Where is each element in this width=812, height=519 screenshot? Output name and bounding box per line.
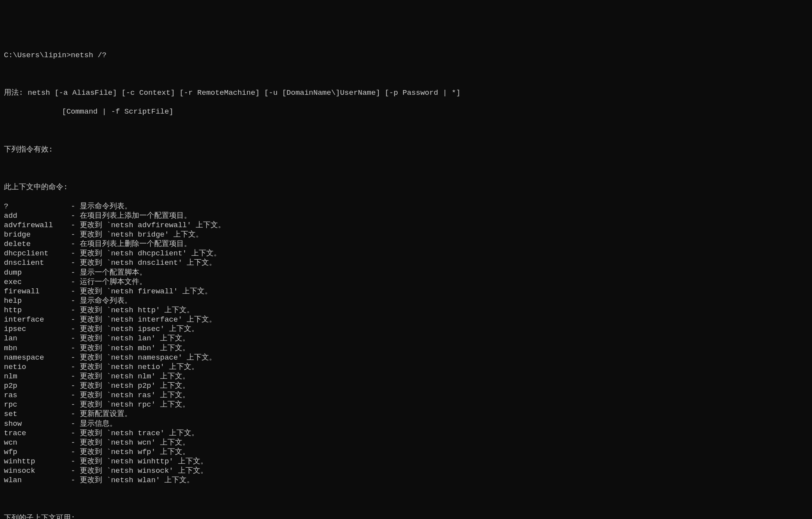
command-separator: - <box>71 476 80 485</box>
command-name: firewall <box>4 287 71 296</box>
command-description: 更改到 `netsh http' 上下文。 <box>80 306 194 315</box>
command-name: exec <box>4 277 71 287</box>
command-name: namespace <box>4 353 71 362</box>
command-row: ?- 显示命令列表。 <box>4 202 808 211</box>
command-row: wlan- 更改到 `netsh wlan' 上下文。 <box>4 476 808 485</box>
command-row: advfirewall- 更改到 `netsh advfirewall' 上下文… <box>4 221 808 230</box>
command-row: firewall- 更改到 `netsh firewall' 上下文。 <box>4 287 808 296</box>
command-description: 更改到 `netsh advfirewall' 上下文。 <box>80 221 225 230</box>
command-name: ? <box>4 202 71 211</box>
blank-line <box>4 126 808 136</box>
command-description: 更改到 `netsh ras' 上下文。 <box>80 391 190 400</box>
command-row: mbn- 更改到 `netsh mbn' 上下文。 <box>4 344 808 353</box>
command-description: 显示一个配置脚本。 <box>80 268 147 277</box>
valid-commands-header: 下列指令有效: <box>4 145 808 154</box>
command-separator: - <box>71 221 80 230</box>
command-name: ipsec <box>4 324 71 334</box>
command-name: set <box>4 409 71 419</box>
command-description: 更改到 `netsh firewall' 上下文。 <box>80 287 212 296</box>
command-name: show <box>4 419 71 429</box>
command-row: lan- 更改到 `netsh lan' 上下文。 <box>4 334 808 343</box>
command-description: 在项目列表上删除一个配置项目。 <box>80 239 191 249</box>
command-separator: - <box>71 466 80 476</box>
command-description: 在项目列表上添加一个配置项目。 <box>80 211 191 221</box>
command-separator: - <box>71 211 80 221</box>
command-row: dnsclient- 更改到 `netsh dnsclient' 上下文。 <box>4 258 808 268</box>
command-row: exec- 运行一个脚本文件。 <box>4 277 808 287</box>
command-separator: - <box>71 324 80 334</box>
command-name: lan <box>4 334 71 343</box>
command-description: 更改到 `netsh rpc' 上下文。 <box>80 400 190 409</box>
command-separator: - <box>71 372 80 381</box>
command-separator: - <box>71 334 80 343</box>
command-description: 更改到 `netsh winsock' 上下文。 <box>80 466 208 476</box>
command-row: namespace- 更改到 `netsh namespace' 上下文。 <box>4 353 808 362</box>
usage-line: 用法: netsh [-a AliasFile] [-c Context] [-… <box>4 88 808 98</box>
command-separator: - <box>71 287 80 296</box>
command-name: p2p <box>4 381 71 391</box>
command-row: add- 在项目列表上添加一个配置项目。 <box>4 211 808 221</box>
command-description: 更改到 `netsh trace' 上下文。 <box>80 429 199 438</box>
command-row: set- 更新配置设置。 <box>4 409 808 419</box>
command-row: nlm- 更改到 `netsh nlm' 上下文。 <box>4 372 808 381</box>
command-separator: - <box>71 344 80 353</box>
command-separator: - <box>71 239 80 249</box>
command-separator: - <box>71 381 80 391</box>
blank-line <box>4 69 808 79</box>
command-separator: - <box>71 362 80 372</box>
command-separator: - <box>71 391 80 400</box>
command-name: dhcpclient <box>4 249 71 258</box>
command-description: 更改到 `netsh netio' 上下文。 <box>80 362 199 372</box>
command-name: wcn <box>4 438 71 447</box>
command-description: 更改到 `netsh winhttp' 上下文。 <box>80 457 208 466</box>
command-description: 更改到 `netsh nlm' 上下文。 <box>80 372 190 381</box>
command-row: http- 更改到 `netsh http' 上下文。 <box>4 306 808 315</box>
command-name: add <box>4 211 71 221</box>
command-description: 更新配置设置。 <box>80 409 132 419</box>
command-description: 更改到 `netsh dnsclient' 上下文。 <box>80 258 217 268</box>
command-name: dump <box>4 268 71 277</box>
command-row: delete- 在项目列表上删除一个配置项目。 <box>4 239 808 249</box>
command-separator: - <box>71 249 80 258</box>
command-name: trace <box>4 429 71 438</box>
command-separator: - <box>71 230 80 239</box>
command-name: dnsclient <box>4 258 71 268</box>
command-row: wcn- 更改到 `netsh wcn' 上下文。 <box>4 438 808 447</box>
command-description: 更改到 `netsh ipsec' 上下文。 <box>80 324 199 334</box>
command-separator: - <box>71 202 80 211</box>
command-name: winhttp <box>4 457 71 466</box>
terminal-output[interactable]: C:\Users\lipin>netsh /? 用法: netsh [-a Al… <box>4 41 808 519</box>
command-description: 更改到 `netsh wfp' 上下文。 <box>80 447 190 457</box>
command-separator: - <box>71 409 80 419</box>
command-row: ras- 更改到 `netsh ras' 上下文。 <box>4 391 808 400</box>
command-row: dump- 显示一个配置脚本。 <box>4 268 808 277</box>
command-description: 更改到 `netsh namespace' 上下文。 <box>80 353 217 362</box>
command-name: mbn <box>4 344 71 353</box>
command-description: 显示命令列表。 <box>80 202 132 211</box>
command-row: trace- 更改到 `netsh trace' 上下文。 <box>4 429 808 438</box>
command-separator: - <box>71 353 80 362</box>
command-separator: - <box>71 268 80 277</box>
usage-line-cont: [Command | -f ScriptFile] <box>4 107 808 116</box>
command-name: http <box>4 306 71 315</box>
command-separator: - <box>71 315 80 324</box>
command-name: winsock <box>4 466 71 476</box>
command-row: rpc- 更改到 `netsh rpc' 上下文。 <box>4 400 808 409</box>
command-description: 更改到 `netsh mbn' 上下文。 <box>80 344 190 353</box>
command-name: rpc <box>4 400 71 409</box>
command-separator: - <box>71 419 80 429</box>
command-description: 更改到 `netsh dhcpclient' 上下文。 <box>80 249 221 258</box>
command-row: show- 显示信息。 <box>4 419 808 429</box>
command-name: advfirewall <box>4 221 71 230</box>
command-name: delete <box>4 239 71 249</box>
command-row: interface- 更改到 `netsh interface' 上下文。 <box>4 315 808 324</box>
command-row: netio- 更改到 `netsh netio' 上下文。 <box>4 362 808 372</box>
command-row: winhttp- 更改到 `netsh winhttp' 上下文。 <box>4 457 808 466</box>
command-row: p2p- 更改到 `netsh p2p' 上下文。 <box>4 381 808 391</box>
command-row: winsock- 更改到 `netsh winsock' 上下文。 <box>4 466 808 476</box>
command-separator: - <box>71 438 80 447</box>
command-name: netio <box>4 362 71 372</box>
command-description: 显示信息。 <box>80 419 117 429</box>
command-row: help- 显示命令列表。 <box>4 296 808 306</box>
command-description: 运行一个脚本文件。 <box>80 277 147 287</box>
